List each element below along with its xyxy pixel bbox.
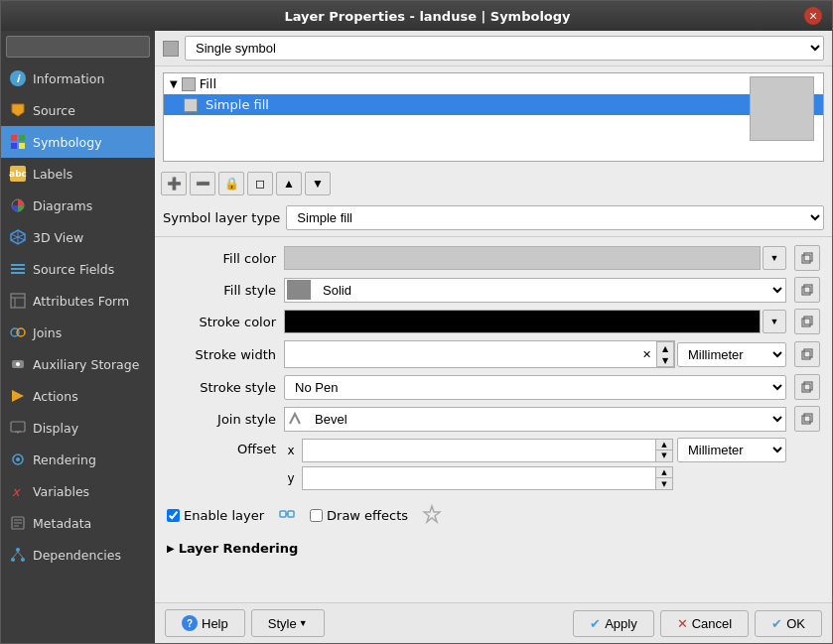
sidebar-item-rendering[interactable]: Rendering xyxy=(1,444,155,475)
sidebar-item-joins[interactable]: Joins xyxy=(1,317,155,348)
enable-layer-link-btn[interactable] xyxy=(276,503,298,528)
main-content: i Information Source xyxy=(1,31,832,643)
sidebar-item-metadata[interactable]: Metadata xyxy=(1,507,155,539)
enable-layer-checkbox[interactable] xyxy=(167,509,180,522)
fill-color-copy-btn[interactable] xyxy=(794,245,820,271)
svg-point-25 xyxy=(16,457,20,461)
titlebar: Layer Properties - landuse | Symbology ✕ xyxy=(1,1,832,31)
offset-y-down-btn[interactable]: ▼ xyxy=(656,478,672,489)
sidebar-item-attrform[interactable]: Attributes Form xyxy=(1,285,155,317)
offset-y-up-btn[interactable]: ▲ xyxy=(656,467,672,478)
cancel-button[interactable]: ✕ Cancel xyxy=(660,610,749,637)
fill-style-label: Fill style xyxy=(167,283,276,298)
help-button[interactable]: ? Help xyxy=(165,609,245,637)
svg-rect-48 xyxy=(280,511,286,517)
stroke-style-row: Stroke style No Pen Solid Line Dash Line xyxy=(167,374,820,400)
sidebar-item-display[interactable]: Display xyxy=(1,412,155,444)
symbol-type-dropdown[interactable]: Single symbol Categorized Graduated Rule… xyxy=(185,36,824,61)
stroke-style-copy-btn[interactable] xyxy=(794,374,820,400)
offset-unit-select[interactable]: Millimeter Pixel Map unit xyxy=(677,438,786,462)
stroke-width-down-btn[interactable]: ▼ xyxy=(657,354,673,366)
symbol-type-select[interactable]: Simple fill Shapeburst fill Raster image… xyxy=(286,205,824,230)
layer-rendering-section: ▶ Layer Rendering xyxy=(167,535,820,562)
fill-color-swatch[interactable] xyxy=(284,246,761,270)
offset-control: x 0.000000 ▲ ▼ Millimeter Pixel xyxy=(284,438,786,490)
sidebar-label-sourcefields: Source Fields xyxy=(33,262,114,277)
apply-button[interactable]: ✔ Apply xyxy=(573,610,654,637)
svg-rect-10 xyxy=(11,264,25,266)
svg-line-34 xyxy=(13,552,18,558)
move-down-button[interactable]: ▼ xyxy=(305,172,331,195)
stroke-width-unit-select[interactable]: Millimeter Pixel Map unit xyxy=(677,342,786,367)
sidebar-label-attrform: Attributes Form xyxy=(33,294,129,309)
fill-color-dropdown-btn[interactable]: ▼ xyxy=(763,246,786,270)
tree-label-fill: Fill xyxy=(200,76,216,91)
sidebar-item-information[interactable]: i Information xyxy=(1,63,155,94)
stroke-style-control: No Pen Solid Line Dash Line xyxy=(284,375,786,400)
sidebar-item-auxiliary[interactable]: Auxiliary Storage xyxy=(1,348,155,380)
sidebar-item-labels[interactable]: abc Labels xyxy=(1,158,155,190)
fill-style-select[interactable]: Solid No brush Dense 1 xyxy=(313,279,785,302)
stroke-width-input[interactable]: 0.260000 xyxy=(285,344,636,365)
tree-label-simplefill: Simple fill xyxy=(206,97,269,112)
info-icon: i xyxy=(9,69,27,87)
offset-x-down-btn[interactable]: ▼ xyxy=(656,451,672,461)
close-button[interactable]: ✕ xyxy=(804,7,822,25)
stroke-color-swatch[interactable] xyxy=(284,310,761,333)
fill-style-copy-btn[interactable] xyxy=(794,277,820,303)
draw-effects-star-btn[interactable] xyxy=(420,502,444,529)
stroke-width-up-btn[interactable]: ▲ xyxy=(657,342,673,354)
remove-layer-button[interactable]: ➖ xyxy=(190,172,215,195)
ok-button[interactable]: ✔ OK xyxy=(755,610,822,637)
3dview-icon xyxy=(9,228,27,246)
draw-effects-checkbox[interactable] xyxy=(310,509,323,522)
tree-row-simplefill[interactable]: Simple fill xyxy=(164,94,823,115)
stroke-style-select[interactable]: No Pen Solid Line Dash Line xyxy=(284,375,786,400)
sidebar-item-source[interactable]: Source xyxy=(1,94,155,126)
join-style-copy-btn[interactable] xyxy=(794,406,820,432)
stroke-color-dropdown-btn[interactable]: ▼ xyxy=(763,310,786,333)
symbol-icon-small xyxy=(163,41,179,57)
sidebar-item-dependencies[interactable]: Dependencies xyxy=(1,539,155,571)
join-style-preview xyxy=(287,409,303,429)
sidebar-item-sourcefields[interactable]: Source Fields xyxy=(1,253,155,285)
sidebar-item-3dview[interactable]: 3D View xyxy=(1,221,155,253)
fill-color-row: Fill color ▼ xyxy=(167,245,820,271)
source-icon xyxy=(9,101,27,119)
stroke-width-copy-btn[interactable] xyxy=(794,341,820,367)
metadata-icon xyxy=(9,514,27,532)
layer-rendering-chevron: ▶ xyxy=(167,543,175,554)
sourcefields-icon xyxy=(9,260,27,278)
tree-row-fill[interactable]: ▼ Fill xyxy=(164,73,823,94)
stroke-color-control: ▼ xyxy=(284,310,786,333)
svg-rect-36 xyxy=(802,255,810,263)
offset-row: Offset x 0.000000 ▲ ▼ xyxy=(167,438,820,490)
panel-upper: ▼ Fill Simple fill ➕ xyxy=(155,66,832,199)
sidebar-item-diagrams[interactable]: Diagrams xyxy=(1,190,155,221)
sidebar-item-variables[interactable]: x Variables xyxy=(1,475,155,507)
sidebar-label-symbology: Symbology xyxy=(33,135,102,150)
enable-layer-label: Enable layer xyxy=(167,508,264,523)
join-style-select[interactable]: Bevel Miter Round xyxy=(305,408,785,431)
svg-text:x: x xyxy=(12,484,21,499)
sidebar-label-information: Information xyxy=(33,71,104,86)
simplefill-icon xyxy=(184,98,198,112)
sidebar-item-symbology[interactable]: Symbology xyxy=(1,126,155,158)
search-input[interactable] xyxy=(6,36,150,58)
fill-color-control: ▼ xyxy=(284,246,786,270)
lock-layer-button[interactable]: 🔒 xyxy=(218,172,244,195)
sidebar-item-actions[interactable]: Actions xyxy=(1,380,155,412)
duplicate-layer-button[interactable]: ◻ xyxy=(247,172,273,195)
offset-y-input[interactable]: 0.000000 xyxy=(303,468,655,489)
style-button[interactable]: Style ▼ xyxy=(251,609,325,637)
svg-point-31 xyxy=(16,548,20,552)
offset-x-up-btn[interactable]: ▲ xyxy=(656,440,672,451)
add-layer-button[interactable]: ➕ xyxy=(161,172,187,195)
stroke-width-clear-btn[interactable]: ✕ xyxy=(636,344,656,364)
sidebar-label-3dview: 3D View xyxy=(33,230,83,245)
tree-toolbar: ➕ ➖ 🔒 ◻ ▲ ▼ xyxy=(155,168,832,199)
move-up-button[interactable]: ▲ xyxy=(276,172,302,195)
stroke-color-copy-btn[interactable] xyxy=(794,309,820,334)
layer-rendering-toggle[interactable]: ▶ Layer Rendering xyxy=(167,541,820,556)
offset-x-input[interactable]: 0.000000 xyxy=(303,440,655,460)
